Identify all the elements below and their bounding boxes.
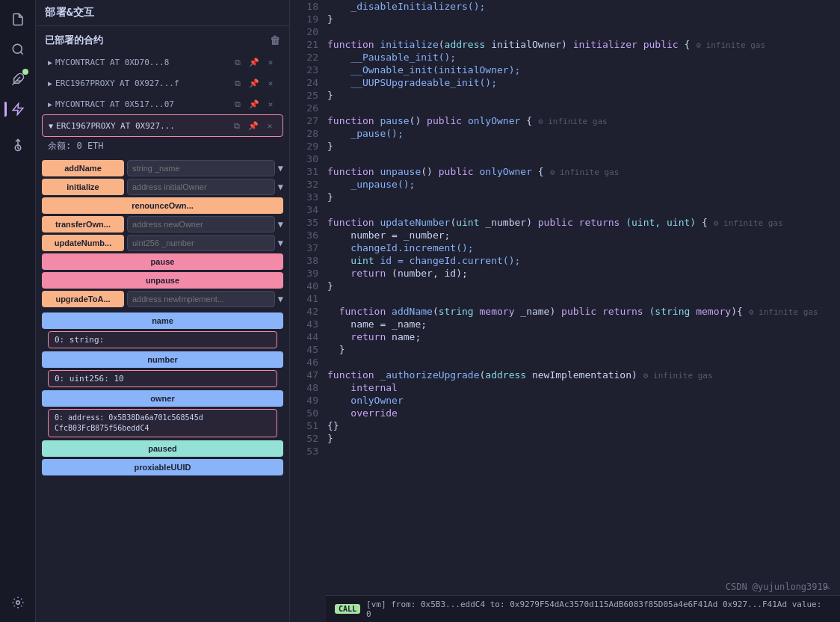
code-table: 18 _disableInitializers();19}2021functio…: [290, 0, 840, 458]
line-content: return (number, id);: [327, 267, 840, 280]
close-icon[interactable]: ✕: [263, 119, 277, 132]
code-token: updateNumber: [380, 217, 450, 228]
updatenumb-input[interactable]: [127, 235, 275, 251]
sidebar-icon-file[interactable]: [4, 6, 31, 33]
unpause-button[interactable]: unpause: [42, 272, 283, 289]
pin-icon[interactable]: 📌: [247, 97, 261, 111]
owner-button[interactable]: owner: [42, 390, 283, 407]
updatenumb-button[interactable]: updateNumb...: [42, 235, 124, 251]
contract-item-erc1967proxy2[interactable]: ▼ ERC1967PROXY AT 0X927... ⧉ 📌 ✕: [42, 114, 283, 137]
addname-input[interactable]: [127, 160, 275, 176]
table-row: 50 override: [290, 407, 840, 419]
code-token: internal: [327, 382, 398, 393]
pin-icon[interactable]: 📌: [247, 119, 260, 132]
call-badge: CALL: [335, 604, 360, 614]
close-icon[interactable]: ✕: [264, 97, 277, 111]
table-row: 45 }: [290, 343, 840, 356]
transferown-chevron-icon[interactable]: ▼: [278, 219, 283, 230]
copy-icon[interactable]: ⧉: [231, 97, 244, 111]
copy-icon[interactable]: ⧉: [231, 76, 244, 90]
close-icon[interactable]: ✕: [264, 55, 277, 69]
code-token: {: [520, 115, 532, 126]
code-token: public: [538, 217, 579, 228]
proxiableuuid-button[interactable]: proxiableUUID: [42, 459, 283, 475]
close-icon[interactable]: ✕: [264, 76, 277, 90]
name-output-text: 0: string:: [55, 335, 104, 345]
sidebar-icon-search[interactable]: [4, 36, 31, 63]
number-button[interactable]: number: [42, 351, 283, 368]
contract-item-mycontract1[interactable]: ▶ MYCONTRACT AT 0XD70...8 ⧉ 📌 ✕: [42, 52, 283, 73]
table-row: 29}: [290, 140, 840, 153]
sidebar-icon-deploy[interactable]: [4, 96, 31, 123]
line-number: 53: [290, 445, 327, 458]
pin-icon[interactable]: 📌: [247, 55, 261, 69]
line-number: 19: [290, 13, 327, 25]
table-row: 46: [290, 356, 840, 369]
trash-icon[interactable]: 🗑: [270, 34, 280, 46]
line-number: 52: [290, 432, 327, 445]
table-row: 20: [290, 25, 840, 38]
fn-row-number: number: [42, 351, 283, 368]
sidebar-icon-plugin[interactable]: [4, 66, 31, 93]
sidebar-icon-debug[interactable]: [4, 132, 31, 158]
line-content: }: [327, 191, 840, 203]
line-number: 18: [290, 0, 327, 13]
initialize-button[interactable]: initialize: [42, 179, 124, 195]
table-row: 51{}: [290, 419, 840, 432]
pin-icon[interactable]: 📌: [247, 76, 261, 90]
upgradetoa-input[interactable]: [127, 291, 275, 307]
contract-item-mycontract2[interactable]: ▶ MYCONTRACT AT 0X517...07 ⧉ 📌 ✕: [42, 93, 283, 114]
fn-row-pause: pause: [42, 253, 283, 270]
left-panel: 部署&交互 已部署的合约 🗑 ▶ MYCONTRACT AT 0XD70...8…: [36, 0, 290, 622]
contract-name: MYCONTRACT AT 0XD70...8: [55, 58, 228, 67]
code-token: ): [549, 306, 561, 317]
initialize-chevron-icon[interactable]: ▼: [278, 182, 283, 192]
sidebar-icon-settings[interactable]: [4, 589, 31, 616]
updatenumb-chevron-icon[interactable]: ▼: [278, 238, 283, 248]
number-output: 0: uint256: 10: [48, 370, 277, 387]
gas-badge: ⚙ infinite gas: [550, 167, 620, 177]
code-token: name;: [392, 331, 421, 342]
line-number: 43: [290, 318, 327, 330]
addname-button[interactable]: addName: [42, 160, 124, 176]
line-content: [327, 153, 840, 165]
line-content: [327, 203, 840, 216]
contract-item-erc1967proxy1[interactable]: ▶ ERC1967PROXY AT 0X927...f ⧉ 📌 ✕: [42, 73, 283, 93]
code-token: changeId.increment();: [327, 242, 474, 253]
addname-chevron-icon[interactable]: ▼: [278, 163, 283, 173]
code-token: addName: [392, 306, 433, 317]
transferown-input[interactable]: [127, 216, 275, 233]
upgradetoa-button[interactable]: upgradeToA...: [42, 291, 124, 307]
line-content: }: [327, 280, 840, 292]
code-token: {: [679, 39, 691, 50]
line-content: function updateNumber(uint _number) publ…: [327, 216, 840, 229]
code-token: _pause();: [327, 128, 404, 139]
paused-button[interactable]: paused: [42, 440, 283, 457]
code-token: onlyOwner: [480, 166, 532, 177]
gas-badge: ⚙ infinite gas: [538, 117, 608, 126]
initialize-input[interactable]: [127, 179, 275, 195]
copy-icon[interactable]: ⧉: [230, 119, 244, 132]
copy-icon[interactable]: ⧉: [231, 55, 244, 69]
name-button[interactable]: name: [42, 312, 283, 329]
renounceown-button[interactable]: renounceOwn...: [42, 197, 283, 214]
line-number: 49: [290, 394, 327, 407]
code-token: _name: [520, 306, 549, 317]
line-number: 51: [290, 419, 327, 432]
code-token: return: [327, 268, 392, 279]
svg-marker-4: [13, 104, 23, 115]
upgradetoa-chevron-icon[interactable]: ▼: [278, 294, 283, 304]
code-token: }: [327, 90, 333, 101]
code-token: __Pausable_init();: [327, 52, 456, 63]
code-token: address: [445, 39, 492, 50]
call-log: CALL [vm] from: 0x5B3...eddC4 to: 0x9279…: [326, 595, 840, 622]
svg-point-0: [13, 44, 22, 53]
pause-button[interactable]: pause: [42, 253, 283, 270]
table-row: 43 name = _name;: [290, 318, 840, 330]
transferown-button[interactable]: transferOwn...: [42, 216, 124, 233]
code-area[interactable]: 18 _disableInitializers();19}2021functio…: [290, 0, 840, 622]
contract-name: ERC1967PROXY AT 0X927...f: [55, 78, 228, 88]
fn-row-name: name: [42, 312, 283, 329]
code-token: public: [439, 166, 480, 177]
line-number: 46: [290, 356, 327, 369]
